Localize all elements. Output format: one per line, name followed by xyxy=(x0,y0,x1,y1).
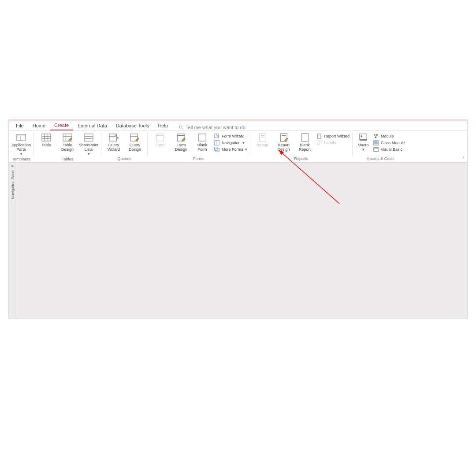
class-module-icon xyxy=(373,140,379,145)
svg-line-1 xyxy=(182,128,183,130)
group-macros-label: Macros & Code xyxy=(354,156,406,161)
form-button: Form xyxy=(149,132,171,148)
group-forms: Form Form Design Blank Form xyxy=(148,130,250,162)
tab-database-tools[interactable]: Database Tools xyxy=(112,122,154,130)
svg-rect-31 xyxy=(259,134,266,141)
blank-form-icon xyxy=(197,133,208,142)
ribbon-body: Application Parts ▾ Templates Table xyxy=(9,130,467,163)
blank-report-icon xyxy=(299,133,311,142)
more-forms-icon xyxy=(214,147,220,152)
macro-button[interactable]: Macro ▾ xyxy=(354,132,372,152)
svg-rect-38 xyxy=(317,141,319,142)
workspace: » Navigation Pane xyxy=(9,163,467,319)
labels-button: Labels xyxy=(316,140,351,146)
report-design-icon xyxy=(278,133,290,142)
tab-file[interactable]: File xyxy=(11,122,28,130)
tab-help[interactable]: Help xyxy=(153,122,172,130)
navigation-button[interactable]: Navigation ▾ xyxy=(213,140,248,146)
svg-rect-40 xyxy=(317,143,319,145)
app-window: File Home Create External Data Database … xyxy=(9,120,467,319)
search-icon xyxy=(178,125,184,130)
svg-rect-30 xyxy=(216,149,219,152)
sharepoint-icon xyxy=(83,133,94,142)
svg-rect-25 xyxy=(199,134,206,141)
tell-me-search[interactable]: Tell me what you want to do xyxy=(178,125,245,130)
labels-icon xyxy=(316,140,323,145)
form-design-icon xyxy=(175,133,187,142)
form-design-button[interactable]: Form Design xyxy=(171,132,192,152)
table-design-icon xyxy=(62,133,73,142)
module-button[interactable]: Module xyxy=(372,133,406,139)
collapse-ribbon-button[interactable]: ˄ xyxy=(462,156,465,161)
query-design-button[interactable]: Query Design xyxy=(124,132,145,152)
svg-rect-39 xyxy=(320,141,322,142)
tab-create[interactable]: Create xyxy=(50,121,73,130)
report-icon xyxy=(257,133,268,142)
svg-rect-36 xyxy=(301,134,308,141)
svg-rect-41 xyxy=(360,134,367,140)
group-forms-label: Forms xyxy=(149,156,248,161)
group-tables: Table Table Design SharePoint Lists ▾ Ta… xyxy=(34,130,101,162)
svg-point-45 xyxy=(375,136,376,138)
table-design-button[interactable]: Table Design xyxy=(57,132,78,152)
svg-rect-13 xyxy=(84,134,93,141)
macro-icon xyxy=(357,133,369,142)
tab-home[interactable]: Home xyxy=(28,122,50,130)
workspace-canvas xyxy=(17,163,467,319)
module-icon xyxy=(373,134,379,139)
svg-point-43 xyxy=(374,134,376,136)
report-wizard-icon xyxy=(316,134,323,139)
svg-rect-26 xyxy=(215,134,219,138)
svg-rect-29 xyxy=(215,147,218,151)
svg-rect-2 xyxy=(17,134,26,141)
nav-expand-icon[interactable]: » xyxy=(11,165,15,167)
svg-rect-48 xyxy=(374,148,379,152)
group-templates-label: Templates xyxy=(11,157,32,162)
dropdown-icon: ▾ xyxy=(242,141,245,145)
svg-point-18 xyxy=(117,138,119,139)
tab-external-data[interactable]: External Data xyxy=(73,122,112,130)
svg-rect-5 xyxy=(42,134,51,141)
navigation-pane-label: Navigation Pane xyxy=(11,170,15,199)
group-queries-label: Queries xyxy=(103,156,145,161)
class-module-button[interactable]: Class Module xyxy=(372,140,406,146)
group-reports: Report Report Design Blank Report xyxy=(250,130,353,162)
report-button: Report xyxy=(252,132,273,148)
svg-rect-16 xyxy=(109,134,116,141)
tell-me-placeholder: Tell me what you want to do xyxy=(186,125,245,130)
form-wizard-icon xyxy=(214,134,220,139)
report-wizard-button[interactable]: Report Wizard xyxy=(316,133,351,139)
blank-form-button[interactable]: Blank Form xyxy=(192,132,213,152)
table-icon xyxy=(41,133,52,142)
navigation-icon xyxy=(214,140,220,145)
group-reports-label: Reports xyxy=(252,156,351,161)
query-wizard-button[interactable]: Query Wizard xyxy=(103,132,124,152)
svg-rect-27 xyxy=(215,141,219,145)
dropdown-icon: ▾ xyxy=(362,148,364,152)
blank-report-button[interactable]: Blank Report xyxy=(294,132,316,152)
report-design-button[interactable]: Report Design xyxy=(273,132,294,152)
group-queries: Query Wizard Query Design Queries xyxy=(101,130,147,162)
group-macros-code: Macro ▾ Module Class Module xyxy=(353,130,408,162)
group-tables-label: Tables xyxy=(36,157,99,162)
svg-point-44 xyxy=(376,134,378,136)
visual-basic-button[interactable]: Visual Basic xyxy=(372,146,406,152)
dropdown-icon: ▾ xyxy=(88,152,90,156)
query-design-icon xyxy=(129,133,141,142)
group-templates: Application Parts ▾ Templates xyxy=(9,130,33,162)
query-wizard-icon xyxy=(108,133,119,142)
svg-rect-47 xyxy=(375,141,377,144)
navigation-pane-collapsed[interactable]: » Navigation Pane xyxy=(9,163,17,319)
form-wizard-button[interactable]: Form Wizard xyxy=(213,133,248,139)
form-icon xyxy=(154,133,166,142)
svg-rect-21 xyxy=(156,134,164,141)
application-parts-button[interactable]: Application Parts ▾ xyxy=(11,132,32,157)
dropdown-icon: ▾ xyxy=(245,147,247,152)
ribbon-tab-strip: File Home Create External Data Database … xyxy=(9,120,467,130)
table-button[interactable]: Table xyxy=(36,132,57,148)
more-forms-button[interactable]: More Forms ▾ xyxy=(213,146,248,152)
svg-point-0 xyxy=(179,126,182,128)
application-parts-icon xyxy=(15,133,27,142)
visual-basic-icon xyxy=(373,147,379,152)
sharepoint-lists-button[interactable]: SharePoint Lists ▾ xyxy=(78,132,99,157)
